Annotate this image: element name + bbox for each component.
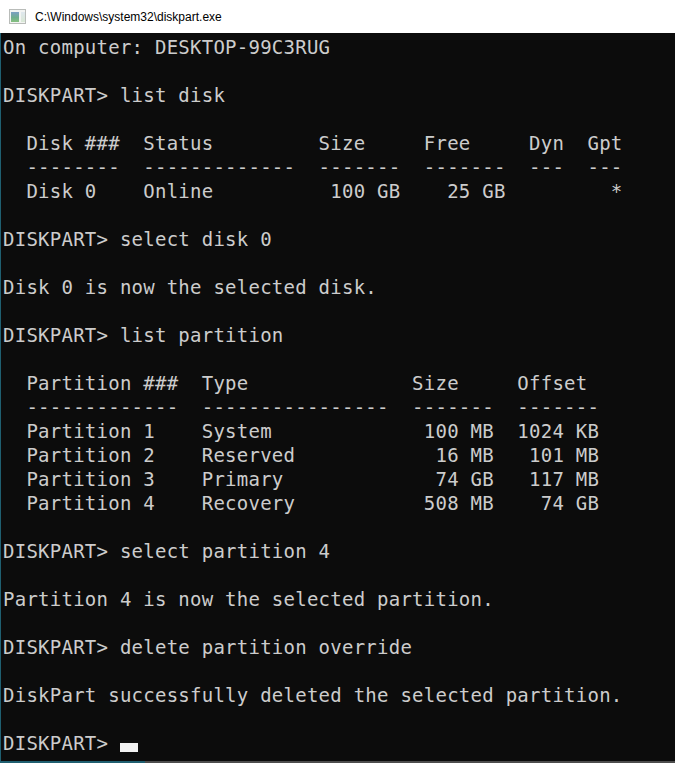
console-line [3, 203, 675, 227]
console-lines: On computer: DESKTOP-99C3RUGDISKPART> li… [3, 35, 675, 731]
title-bar[interactable]: C:\Windows\system32\diskpart.exe [0, 0, 675, 33]
console-line: Partition 4 Recovery 508 MB 74 GB [3, 491, 675, 515]
console-line: Disk ### Status Size Free Dyn Gpt [3, 131, 675, 155]
console-line [3, 563, 675, 587]
active-prompt-line: DISKPART> [3, 731, 675, 755]
text-cursor [120, 743, 138, 752]
console-line: DiskPart successfully deleted the select… [3, 683, 675, 707]
console-line: DISKPART> select disk 0 [3, 227, 675, 251]
console-line [3, 515, 675, 539]
console-line: ------------- ---------------- ------- -… [3, 395, 675, 419]
console-line: Partition 2 Reserved 16 MB 101 MB [3, 443, 675, 467]
console-line: Partition 1 System 100 MB 1024 KB [3, 419, 675, 443]
prompt-text: DISKPART> [3, 731, 120, 755]
console-line: Partition 4 is now the selected partitio… [3, 587, 675, 611]
console-app-icon-pane [11, 12, 19, 22]
console-line [3, 611, 675, 635]
console-line: DISKPART> list partition [3, 323, 675, 347]
console-output-area[interactable]: On computer: DESKTOP-99C3RUGDISKPART> li… [0, 33, 675, 763]
console-line [3, 251, 675, 275]
window-title: C:\Windows\system32\diskpart.exe [35, 10, 222, 24]
console-line: On computer: DESKTOP-99C3RUG [3, 35, 675, 59]
console-line: Partition ### Type Size Offset [3, 371, 675, 395]
console-line: Disk 0 is now the selected disk. [3, 275, 675, 299]
diskpart-console-window: C:\Windows\system32\diskpart.exe On comp… [0, 0, 675, 763]
console-app-icon-pane [21, 12, 25, 22]
console-line [3, 659, 675, 683]
console-line [3, 707, 675, 731]
console-line: DISKPART> select partition 4 [3, 539, 675, 563]
console-line [3, 107, 675, 131]
console-line [3, 59, 675, 83]
console-app-icon [9, 9, 26, 24]
console-line: DISKPART> delete partition override [3, 635, 675, 659]
console-line: Partition 3 Primary 74 GB 117 MB [3, 467, 675, 491]
console-line: Disk 0 Online 100 GB 25 GB * [3, 179, 675, 203]
console-line [3, 299, 675, 323]
console-line: -------- ------------- ------- ------- -… [3, 155, 675, 179]
console-line: DISKPART> list disk [3, 83, 675, 107]
console-line [3, 347, 675, 371]
